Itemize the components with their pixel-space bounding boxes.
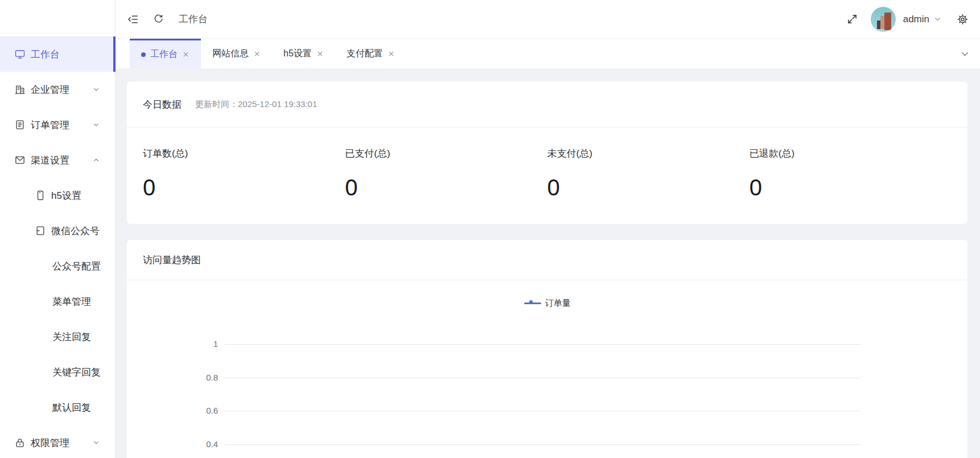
gear-icon bbox=[957, 13, 969, 25]
tab-label: 网站信息 bbox=[212, 48, 249, 60]
line-series-legend-icon bbox=[524, 300, 541, 308]
trend-card-header: 访问量趋势图 bbox=[127, 240, 967, 280]
refresh-button[interactable] bbox=[153, 14, 164, 24]
chart-area: 订单量 10.80.60.4 bbox=[127, 280, 967, 458]
user-menu-trigger[interactable]: admin bbox=[858, 7, 942, 32]
gridline bbox=[225, 411, 860, 411]
sidebar-item-follow-reply[interactable]: 关注回复 bbox=[0, 319, 115, 354]
y-gridline-row: 0.8 bbox=[127, 378, 967, 378]
gridline bbox=[225, 344, 860, 345]
sidebar-item-channel-settings[interactable]: 渠道设置 bbox=[0, 142, 115, 178]
mobile-icon bbox=[35, 190, 46, 201]
fullscreen-button[interactable] bbox=[846, 13, 858, 25]
sidebar-item-label: 渠道设置 bbox=[31, 154, 69, 167]
sidebar-item-default-reply[interactable]: 默认回复 bbox=[0, 390, 115, 425]
y-tick-label: 1 bbox=[127, 339, 218, 349]
topbar: 工作台 admin bbox=[116, 0, 980, 39]
stat-refunded-total: 已退款(总)0 bbox=[750, 147, 952, 200]
sidebar-item-label: 关键字回复 bbox=[52, 366, 101, 379]
stat-orders-total: 订单数(总)0 bbox=[143, 147, 345, 200]
visit-trend-card: 访问量趋势图 订单量 10.80.60.4 bbox=[127, 240, 967, 458]
fullscreen-icon bbox=[846, 13, 858, 25]
sidebar-item-label: 企业管理 bbox=[31, 83, 69, 96]
stat-paid-total: 已支付(总)0 bbox=[345, 147, 547, 200]
sidebar-item-enterprise-mgmt[interactable]: 企业管理 bbox=[0, 72, 115, 107]
content: 今日数据 更新时间：2025-12-01 19:33:01 订单数(总)0已支付… bbox=[116, 68, 980, 458]
chevron-down-icon bbox=[92, 439, 100, 447]
tabs-collapse-chevron-down-icon[interactable] bbox=[960, 49, 970, 59]
y-gridline-row: 0.4 bbox=[127, 444, 967, 445]
gridline bbox=[225, 378, 860, 378]
update-time-value: 2025-12-01 19:33:01 bbox=[238, 99, 317, 109]
sidebar-item-menu-mgmt[interactable]: 菜单管理 bbox=[0, 284, 115, 319]
sidebar-item-permission-mgmt[interactable]: 权限管理 bbox=[0, 425, 115, 458]
y-gridline-row: 1 bbox=[127, 344, 967, 345]
stat-value: 0 bbox=[143, 175, 345, 200]
avatar bbox=[871, 7, 896, 32]
sidebar-item-wechat-official[interactable]: 微信公众号 bbox=[0, 213, 115, 248]
active-tab-dot bbox=[141, 52, 146, 57]
sidebar-item-order-mgmt[interactable]: 订单管理 bbox=[0, 107, 115, 142]
stat-label: 已支付(总) bbox=[345, 147, 547, 160]
tab-h5-settings[interactable]: h5设置 bbox=[272, 39, 335, 68]
lock-icon bbox=[14, 437, 26, 448]
y-tick-label: 0.4 bbox=[127, 439, 218, 449]
document-icon bbox=[14, 119, 26, 130]
sidebar-item-label: 公众号配置 bbox=[52, 260, 101, 273]
sidebar-item-label: 默认回复 bbox=[52, 401, 91, 414]
chart-grid: 10.80.60.4 bbox=[127, 344, 967, 458]
tab-site-info[interactable]: 网站信息 bbox=[201, 39, 272, 68]
sidebar-item-keyword-reply[interactable]: 关键字回复 bbox=[0, 354, 115, 390]
gridline bbox=[225, 444, 860, 445]
settings-button[interactable] bbox=[957, 13, 969, 25]
stat-label: 未支付(总) bbox=[547, 147, 750, 160]
stat-label: 已退款(总) bbox=[750, 147, 952, 160]
topbar-right: admin bbox=[846, 7, 969, 32]
sidebar: 工作台企业管理订单管理渠道设置h5设置微信公众号公众号配置菜单管理关注回复关键字… bbox=[0, 0, 116, 458]
sidebar-item-h5-settings[interactable]: h5设置 bbox=[0, 178, 115, 213]
tab-payment-config[interactable]: 支付配置 bbox=[335, 39, 406, 68]
tabs-bar: 工作台网站信息h5设置支付配置 bbox=[116, 39, 980, 68]
sidebar-menu: 工作台企业管理订单管理渠道设置h5设置微信公众号公众号配置菜单管理关注回复关键字… bbox=[0, 36, 115, 458]
stat-value: 0 bbox=[750, 175, 952, 200]
close-icon[interactable] bbox=[253, 50, 261, 58]
sidebar-item-workbench[interactable]: 工作台 bbox=[0, 36, 115, 72]
sidebar-item-label: 权限管理 bbox=[31, 436, 69, 449]
close-icon[interactable] bbox=[182, 51, 190, 58]
tab-label: 支付配置 bbox=[347, 48, 383, 60]
sidebar-item-label: 微信公众号 bbox=[51, 224, 100, 238]
chevron-down-icon bbox=[92, 85, 100, 93]
y-tick-label: 0.8 bbox=[127, 373, 218, 382]
tab-workbench[interactable]: 工作台 bbox=[130, 39, 201, 68]
stat-unpaid-total: 未支付(总)0 bbox=[547, 147, 750, 200]
collapse-sidebar-button[interactable] bbox=[127, 13, 139, 26]
trend-card-title: 访问量趋势图 bbox=[143, 253, 201, 267]
stat-value: 0 bbox=[345, 175, 547, 200]
stat-value: 0 bbox=[547, 175, 750, 200]
fold-icon bbox=[127, 13, 139, 26]
chevron-down-icon bbox=[933, 15, 942, 23]
sidebar-item-label: 订单管理 bbox=[31, 118, 69, 132]
message-icon bbox=[14, 154, 26, 166]
username: admin bbox=[903, 14, 929, 25]
stats-row: 订单数(总)0已支付(总)0未支付(总)0已退款(总)0 bbox=[127, 128, 967, 224]
y-gridline-row: 0.6 bbox=[127, 411, 967, 411]
close-icon[interactable] bbox=[388, 50, 395, 58]
sidebar-item-label: 关注回复 bbox=[52, 330, 91, 344]
sidebar-item-label: 工作台 bbox=[31, 48, 60, 61]
sidebar-item-label: h5设置 bbox=[51, 189, 81, 202]
chevron-down-icon bbox=[92, 121, 100, 129]
legend-item[interactable]: 订单量 bbox=[127, 280, 967, 309]
today-card-header: 今日数据 更新时间：2025-12-01 19:33:01 bbox=[127, 81, 967, 127]
sidebar-item-official-config[interactable]: 公众号配置 bbox=[0, 248, 115, 284]
chevron-up-icon bbox=[92, 156, 100, 164]
monitor-icon bbox=[14, 48, 26, 60]
refresh-icon bbox=[153, 14, 164, 24]
close-icon[interactable] bbox=[316, 50, 324, 58]
tab-label: 工作台 bbox=[150, 48, 178, 60]
building-icon bbox=[14, 84, 26, 95]
stat-label: 订单数(总) bbox=[143, 147, 345, 160]
tabs: 工作台网站信息h5设置支付配置 bbox=[130, 39, 406, 68]
app-root: 工作台企业管理订单管理渠道设置h5设置微信公众号公众号配置菜单管理关注回复关键字… bbox=[0, 0, 980, 458]
legend-label: 订单量 bbox=[545, 298, 571, 309]
